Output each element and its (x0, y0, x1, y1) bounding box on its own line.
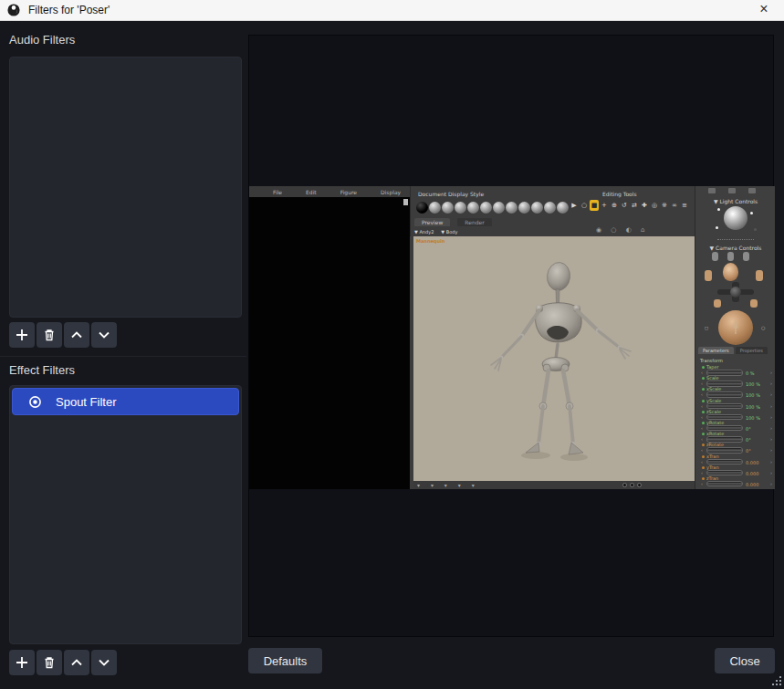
editing-tools-label: Editing Tools (602, 192, 637, 197)
actor-selector: ▼ Body (441, 229, 457, 235)
editing-tool-icon: + (600, 200, 609, 211)
close-window-icon[interactable]: × (755, 1, 773, 17)
parameter-value: 100 % (746, 415, 760, 421)
parameter-value: 0° (746, 437, 751, 443)
dial-decrement-icon: ‹ (701, 436, 703, 442)
parameter-label: xTran (702, 454, 719, 459)
audio-filters-list[interactable] (9, 57, 242, 318)
dial-increment-icon: › (770, 470, 772, 475)
camera-face-icon (723, 263, 738, 281)
dial-increment-icon: › (770, 414, 772, 420)
parameter-value: 0.000 (746, 471, 758, 476)
parameter-dial-row: zRotate ‹ 0° › (695, 443, 776, 454)
filter-preview-area: FileEditFigureDisplayWindowHelp Document… (248, 35, 774, 637)
trackball-right-icon: ○ (761, 325, 765, 330)
add-audio-filter-button[interactable] (9, 322, 35, 348)
effect-filters-list[interactable]: Spout Filter (9, 385, 242, 644)
chevron-up-icon (71, 659, 82, 666)
dial-decrement-icon: ‹ (701, 414, 703, 420)
display-style-spheres (416, 202, 569, 214)
camera-toggle-icons: ◉ ○ ◐ ⌂ (596, 226, 648, 234)
resize-grip[interactable] (771, 676, 782, 687)
poser-menu-item: Display (381, 189, 401, 195)
poser-library-scroll-arrow (403, 199, 408, 205)
poser-selectors: ▼ Andy2 ▼ Body (414, 229, 457, 235)
parameter-value: 0° (746, 426, 751, 432)
dial-capsule (706, 391, 743, 398)
figure-selector: ▼ Andy2 (414, 229, 434, 235)
camera-preset-heads (712, 252, 749, 261)
render-style-dots (622, 483, 642, 487)
editing-tool-icon: ※ (660, 200, 669, 211)
effect-filters-label: Effect Filters (9, 363, 75, 377)
poser-menu-item: Figure (340, 189, 357, 195)
light-controls-label: ▼ Light Controls (695, 198, 776, 204)
dial-decrement-icon: ‹ (701, 381, 703, 386)
dial-increment-icon: › (770, 370, 772, 375)
poser-menu-item: Edit (306, 189, 317, 195)
dial-decrement-icon: ‹ (701, 481, 703, 486)
poser-source-screenshot: FileEditFigureDisplayWindowHelp Document… (249, 186, 775, 489)
poser-doc-tabs: Preview Render (414, 218, 492, 226)
editing-tool-icon: ∞ (670, 200, 679, 211)
parameter-value: 0 % (746, 371, 755, 376)
parameter-dials: Taper ‹ 0 % › Scale ‹ 100 % › (695, 365, 776, 487)
editing-tools-row: ▶○■+⊕↺⇄✚◎※∞≡ (570, 200, 689, 211)
remove-audio-filter-button[interactable] (37, 322, 62, 348)
move-audio-filter-down-button[interactable] (91, 322, 117, 348)
tab-properties: Properties (736, 347, 768, 354)
parameters-tabs: Parameters Properties (698, 347, 768, 354)
dial-decrement-icon: ‹ (701, 470, 703, 475)
poser-doc-bottom-toolbar: ▾ ▾ ▾ ▾ ▾ (413, 481, 695, 489)
move-effect-filter-down-button[interactable] (91, 650, 117, 675)
parameter-value: 100 % (746, 392, 760, 398)
close-button[interactable]: Close (715, 648, 775, 673)
dial-capsule (706, 447, 743, 454)
parameter-dial-row: xTran ‹ 0.000 › (695, 454, 776, 465)
parameter-value: 0.000 (746, 460, 758, 465)
add-effect-filter-button[interactable] (9, 650, 35, 675)
dial-increment-icon: › (770, 481, 772, 486)
chevron-down-icon (99, 331, 110, 339)
move-effect-filter-up-button[interactable] (64, 650, 89, 675)
parameter-value: 0.000 (746, 482, 758, 487)
trash-icon (43, 656, 56, 669)
dial-increment-icon: › (770, 381, 772, 386)
editing-tool-icon: ◎ (650, 200, 659, 211)
defaults-button[interactable]: Defaults (248, 648, 322, 673)
display-style-label: Document Display Style (418, 192, 484, 197)
camera-hand-small-left-icon (714, 299, 721, 308)
remove-effect-filter-button[interactable] (37, 650, 62, 675)
camera-move-cross (717, 285, 754, 299)
filter-item-name: Spout Filter (56, 395, 116, 409)
parameter-dial-row: yScale ‹ 100 % › (695, 399, 776, 410)
editing-tool-icon: ○ (580, 200, 589, 211)
chevron-up-icon (71, 331, 82, 339)
dial-decrement-icon: ‹ (701, 425, 703, 431)
dial-increment-icon: › (770, 391, 772, 397)
filter-item-spout[interactable]: Spout Filter (12, 388, 239, 415)
panel-top-icons (708, 188, 756, 193)
plus-icon (16, 329, 28, 341)
editing-tool-icon: ■ (590, 200, 599, 211)
chevron-down-icon (99, 659, 110, 666)
tab-parameters: Parameters (698, 347, 734, 354)
parameter-label: yScale (702, 399, 721, 403)
panel-divider (717, 239, 754, 240)
parameter-label: yTran (702, 465, 719, 470)
dial-decrement-icon: ‹ (701, 403, 703, 409)
parameter-value: 100 % (746, 381, 760, 387)
obs-logo-icon (7, 4, 20, 16)
filters-dialog: Filters for 'Poser' × Audio Filters Effe… (0, 0, 784, 689)
poser-menu-item: File (273, 189, 282, 195)
move-audio-filter-up-button[interactable] (64, 322, 89, 348)
dial-decrement-icon: ‹ (701, 459, 703, 465)
visibility-eye-icon[interactable] (27, 396, 43, 408)
parameter-value: 0° (746, 448, 751, 454)
dial-decrement-icon: ‹ (701, 447, 703, 453)
audio-filters-label: Audio Filters (9, 33, 75, 47)
section-divider (0, 356, 246, 357)
tab-render: Render (457, 218, 491, 226)
parameter-value: 100 % (746, 404, 760, 410)
plus-icon (16, 656, 28, 669)
